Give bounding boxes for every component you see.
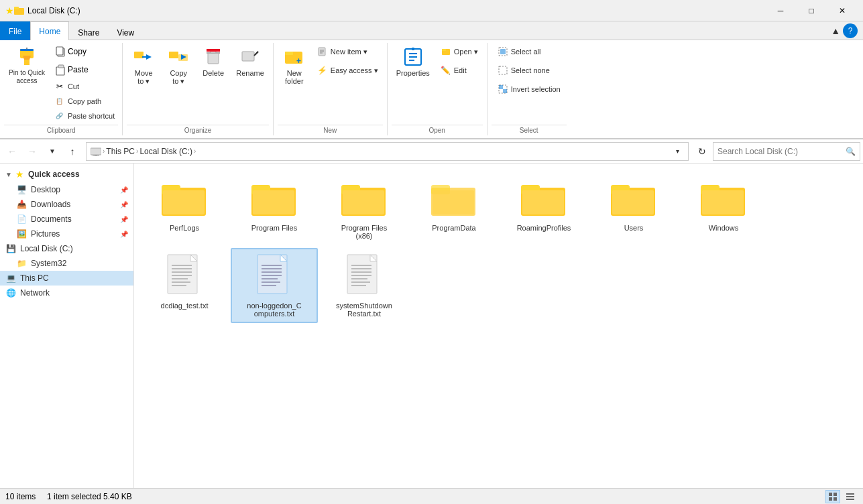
open-label: Open ▾ bbox=[454, 48, 478, 56]
svg-rect-45 bbox=[503, 89, 507, 93]
sidebar-item-system32[interactable]: 📁 System32 bbox=[0, 256, 133, 271]
open-sub-buttons: Open ▾ ✏️ Edit bbox=[436, 43, 483, 79]
maximize-button[interactable]: □ bbox=[796, 0, 827, 21]
copy-to-label: Copyto ▾ bbox=[170, 69, 187, 86]
file-grid: PerfLogs Program Files Program Files(x86… bbox=[141, 170, 856, 323]
properties-button[interactable]: Properties bbox=[392, 43, 435, 80]
new-folder-button[interactable]: + Newfolder bbox=[278, 43, 311, 88]
open-button[interactable]: Open ▾ bbox=[436, 43, 483, 60]
invert-selection-button[interactable]: Invert selection bbox=[492, 80, 567, 98]
sidebar-item-desktop[interactable]: 🖥️ Desktop 📌 bbox=[0, 182, 133, 197]
minimize-button[interactable]: ─ bbox=[765, 0, 796, 21]
svg-rect-37 bbox=[412, 48, 414, 50]
svg-rect-54 bbox=[253, 190, 294, 214]
folder-icon-windows bbox=[699, 176, 748, 221]
svg-rect-102 bbox=[829, 497, 832, 501]
svg-rect-101 bbox=[833, 493, 837, 496]
forward-button[interactable]: → bbox=[23, 142, 42, 161]
svg-rect-41 bbox=[500, 49, 506, 54]
ribbon-group-new: + Newfolder New item ▾ ⚡ Easy access ▾ bbox=[274, 43, 388, 135]
edit-button[interactable]: ✏️ Edit bbox=[436, 62, 483, 79]
ribbon-expand-button[interactable]: ▲ bbox=[831, 25, 840, 36]
back-button[interactable]: ← bbox=[3, 142, 21, 161]
file-item-systemshutdown[interactable]: systemShutdownRestart.txt bbox=[321, 248, 408, 323]
select-all-icon bbox=[498, 46, 508, 57]
search-input[interactable] bbox=[717, 147, 846, 156]
file-item-dcdiag[interactable]: dcdiag_test.txt bbox=[141, 248, 228, 323]
open-icon bbox=[441, 46, 451, 57]
quick-access-chevron: ▼ bbox=[5, 171, 12, 178]
file-item-perflogs[interactable]: PerfLogs bbox=[141, 170, 228, 245]
file-item-programdata[interactable]: ProgramData bbox=[410, 170, 498, 245]
quick-access-star-icon: ★ bbox=[15, 169, 25, 180]
system32-label: System32 bbox=[31, 259, 128, 268]
file-item-users[interactable]: Users bbox=[590, 170, 677, 245]
file-item-roamingprofiles[interactable]: RoamingProfiles bbox=[500, 170, 587, 245]
sidebar-item-documents[interactable]: 📄 Documents 📌 bbox=[0, 212, 133, 227]
file-label-windows: Windows bbox=[709, 224, 739, 232]
edit-icon: ✏️ bbox=[441, 65, 451, 76]
move-to-icon bbox=[133, 46, 154, 68]
delete-button[interactable]: Delete bbox=[196, 43, 230, 80]
copy-path-button[interactable]: 📋 Copy path bbox=[51, 94, 105, 109]
easy-access-button[interactable]: ⚡ Easy access ▾ bbox=[312, 62, 383, 79]
open-group-label: Open bbox=[392, 125, 483, 135]
sidebar: ▼ ★ Quick access 🖥️ Desktop 📌 📥 Download… bbox=[0, 164, 134, 488]
sidebar-item-pictures[interactable]: 🖼️ Pictures 📌 bbox=[0, 227, 133, 241]
new-group-label: New bbox=[278, 125, 383, 135]
select-all-button[interactable]: Select all bbox=[492, 43, 547, 60]
sidebar-item-downloads[interactable]: 📥 Downloads 📌 bbox=[0, 197, 133, 212]
clipboard-group-label: Clipboard bbox=[4, 125, 118, 135]
quick-access-header[interactable]: ▼ ★ Quick access bbox=[0, 166, 133, 182]
breadcrumb-bar[interactable]: › This PC › Local Disk (C:) › ▾ bbox=[86, 142, 689, 161]
ribbon-content: Pin to Quickaccess Copy Paste bbox=[0, 40, 863, 139]
breadcrumb-this-pc[interactable]: This PC bbox=[106, 147, 135, 156]
file-label-programdata: ProgramData bbox=[432, 224, 475, 232]
tab-file[interactable]: File bbox=[0, 21, 30, 40]
pin-to-quick-access-button[interactable]: Pin to Quickaccess bbox=[4, 43, 50, 88]
copy-to-button[interactable]: Copyto ▾ bbox=[162, 43, 195, 89]
details-view-button[interactable] bbox=[843, 490, 858, 503]
copy-button[interactable]: Copy bbox=[51, 43, 118, 60]
folder-icon-program-files-x86 bbox=[340, 176, 388, 221]
properties-label: Properties bbox=[396, 69, 430, 77]
svg-rect-105 bbox=[846, 496, 854, 497]
help-button[interactable]: ? bbox=[843, 23, 858, 38]
large-icons-view-button[interactable] bbox=[825, 490, 840, 503]
paste-shortcut-button[interactable]: 🔗 Paste shortcut bbox=[51, 109, 118, 123]
tab-share[interactable]: Share bbox=[69, 23, 108, 42]
file-label-roamingprofiles: RoamingProfiles bbox=[517, 224, 571, 232]
breadcrumb-dropdown-button[interactable]: ▾ bbox=[671, 142, 684, 161]
network-icon: 🌐 bbox=[5, 288, 16, 298]
tab-view[interactable]: View bbox=[108, 23, 143, 42]
select-none-button[interactable]: Select none bbox=[492, 62, 556, 79]
folder-icon-programdata bbox=[430, 176, 478, 221]
new-folder-icon: + bbox=[284, 46, 305, 68]
up-button[interactable]: ↑ bbox=[63, 142, 82, 161]
search-bar: 🔍 bbox=[713, 142, 860, 161]
file-item-windows[interactable]: Windows bbox=[680, 170, 767, 245]
new-item-button[interactable]: New item ▾ bbox=[312, 43, 383, 60]
file-item-non-loggedon[interactable]: non-loggedon_Computers.txt bbox=[231, 248, 318, 323]
select-none-label: Select none bbox=[511, 66, 550, 74]
file-item-program-files-x86[interactable]: Program Files(x86) bbox=[321, 170, 408, 245]
sidebar-item-local-disk[interactable]: 💾 Local Disk (C:) bbox=[0, 241, 133, 256]
pictures-label: Pictures bbox=[31, 229, 116, 239]
cut-button[interactable]: ✂ Cut bbox=[51, 79, 82, 94]
sidebar-item-network[interactable]: 🌐 Network bbox=[0, 286, 133, 300]
this-pc-icon: 💻 bbox=[5, 273, 16, 284]
copy-to-icon bbox=[168, 46, 189, 68]
refresh-button[interactable]: ↻ bbox=[693, 142, 711, 161]
recent-locations-button[interactable]: ▼ bbox=[43, 142, 62, 161]
move-to-button[interactable]: Moveto ▾ bbox=[127, 43, 160, 89]
tab-home[interactable]: Home bbox=[30, 21, 69, 40]
rename-button[interactable]: Rename bbox=[231, 43, 269, 80]
documents-label: Documents bbox=[31, 214, 116, 224]
svg-line-25 bbox=[255, 52, 258, 54]
file-item-program-files[interactable]: Program Files bbox=[231, 170, 318, 245]
close-button[interactable]: ✕ bbox=[827, 0, 858, 21]
paste-button[interactable]: Paste bbox=[51, 61, 118, 78]
breadcrumb-local-disk[interactable]: Local Disk (C:) bbox=[139, 147, 192, 156]
sidebar-item-this-pc[interactable]: 💻 This PC bbox=[0, 271, 133, 286]
breadcrumb-pc-icon bbox=[91, 147, 101, 156]
